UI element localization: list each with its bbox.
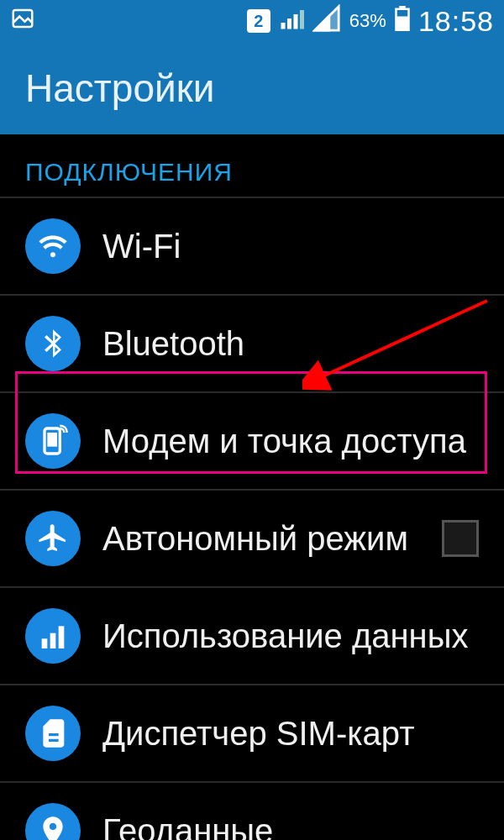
- settings-item-airplane[interactable]: Автономный режим: [0, 491, 504, 588]
- settings-item-wifi[interactable]: Wi-Fi: [0, 198, 504, 296]
- settings-item-label: Автономный режим: [102, 520, 408, 558]
- battery-percent: 63%: [349, 10, 386, 32]
- svg-rect-9: [396, 16, 408, 29]
- settings-item-location[interactable]: Геоданные: [0, 783, 504, 840]
- tethering-icon: [25, 413, 81, 469]
- settings-item-tethering[interactable]: Модем и точка доступа: [0, 393, 504, 491]
- svg-rect-12: [42, 638, 48, 648]
- settings-item-data-usage[interactable]: Использование данных: [0, 588, 504, 685]
- app-bar: Настройки: [0, 42, 504, 134]
- wifi-icon: [25, 218, 81, 274]
- gallery-icon: [10, 6, 35, 37]
- bluetooth-icon: [25, 316, 81, 371]
- sim-indicator: 2: [247, 9, 270, 33]
- airplane-icon: [25, 511, 81, 566]
- settings-item-bluetooth[interactable]: Bluetooth: [0, 296, 504, 393]
- airplane-checkbox[interactable]: [442, 520, 479, 557]
- page-title: Настройки: [25, 66, 215, 111]
- settings-item-label: Диспетчер SIM-карт: [102, 715, 415, 753]
- settings-item-label: Bluetooth: [102, 325, 244, 363]
- settings-item-label: Модем и точка доступа: [102, 423, 466, 460]
- svg-rect-13: [50, 633, 56, 648]
- svg-rect-4: [300, 10, 304, 29]
- svg-rect-14: [59, 626, 65, 648]
- data-usage-icon: [25, 608, 81, 664]
- svg-marker-6: [315, 16, 329, 30]
- svg-rect-11: [47, 433, 57, 447]
- svg-rect-1: [281, 23, 285, 29]
- status-bar: 2 63% 18:58: [0, 0, 504, 42]
- location-icon: [25, 803, 81, 840]
- settings-item-label: Wi-Fi: [102, 228, 181, 265]
- settings-item-label: Геоданные: [102, 812, 273, 841]
- clock: 18:58: [418, 5, 494, 38]
- sim-icon: [25, 706, 81, 761]
- settings-item-label: Использование данных: [102, 617, 468, 655]
- data-signal-icon: [312, 4, 341, 39]
- settings-item-sim[interactable]: Диспетчер SIM-карт: [0, 685, 504, 783]
- svg-rect-3: [293, 14, 297, 29]
- svg-rect-2: [287, 18, 291, 29]
- battery-icon: [395, 6, 410, 37]
- signal-icon: [279, 6, 304, 37]
- section-header-connections: ПОДКЛЮЧЕНИЯ: [0, 134, 504, 198]
